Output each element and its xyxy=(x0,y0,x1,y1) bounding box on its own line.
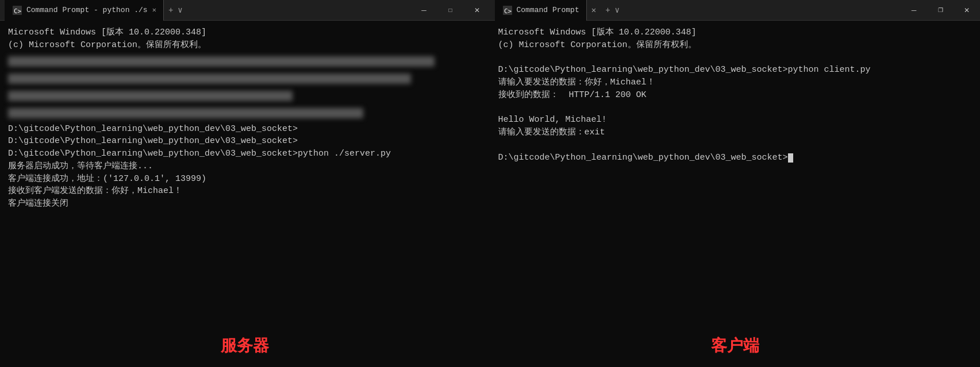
left-window: C> Command Prompt - python ./s ✕ + ∨ ─ □… xyxy=(0,0,490,367)
right-tab-close[interactable]: ✕ xyxy=(591,5,596,15)
right-tab[interactable]: C> Command Prompt xyxy=(495,0,587,21)
svg-text:C>: C> xyxy=(14,7,22,15)
left-window-controls: ─ □ ✕ xyxy=(411,0,490,21)
svg-text:C>: C> xyxy=(504,7,512,15)
right-close-button[interactable]: ✕ xyxy=(954,0,980,21)
right-tab-new[interactable]: + ∨ xyxy=(601,5,624,15)
left-tab-close[interactable]: ✕ xyxy=(152,6,156,14)
redacted-line-2 xyxy=(8,74,411,84)
left-terminal: Microsoft Windows [版本 10.0.22000.348] (c… xyxy=(0,21,490,327)
right-window-controls: ─ ❐ ✕ xyxy=(901,0,980,21)
left-label: 服务器 xyxy=(0,327,490,367)
chevron-down-icon[interactable]: ∨ xyxy=(178,5,182,15)
redacted-line-1 xyxy=(8,56,435,67)
right-tab-controls[interactable]: ✕ xyxy=(587,5,601,15)
redacted-line-4 xyxy=(8,108,363,118)
left-tab[interactable]: C> Command Prompt - python ./s ✕ xyxy=(5,0,164,21)
right-chevron-icon[interactable]: ∨ xyxy=(615,5,620,15)
cursor-blink xyxy=(788,153,793,163)
close-button[interactable]: ✕ xyxy=(464,0,490,21)
right-terminal: Microsoft Windows [版本 10.0.22000.348] (c… xyxy=(490,21,981,327)
plus-icon[interactable]: + xyxy=(168,6,173,15)
right-titlebar: C> Command Prompt ✕ + ∨ ─ ❐ ✕ xyxy=(490,0,981,21)
left-tab-label: Command Prompt - python ./s xyxy=(26,6,148,14)
maximize-button[interactable]: □ xyxy=(437,0,464,21)
right-maximize-button[interactable]: ❐ xyxy=(927,0,954,21)
redacted-line-3 xyxy=(8,91,293,101)
left-cmd-icon: C> xyxy=(11,5,23,16)
right-tab-label: Command Prompt xyxy=(517,6,579,14)
left-terminal-text: Microsoft Windows [版本 10.0.22000.348] (c… xyxy=(8,26,482,52)
minimize-button[interactable]: ─ xyxy=(411,0,437,21)
right-plus-icon[interactable]: + xyxy=(605,6,610,15)
right-terminal-text: Microsoft Windows [版本 10.0.22000.348] (c… xyxy=(498,26,973,164)
right-window: C> Command Prompt ✕ + ∨ ─ ❐ ✕ Microsoft … xyxy=(490,0,981,367)
left-titlebar: C> Command Prompt - python ./s ✕ + ∨ ─ □… xyxy=(0,0,490,21)
right-minimize-button[interactable]: ─ xyxy=(901,0,927,21)
right-label: 客户端 xyxy=(490,327,981,367)
left-tab-controls[interactable]: + ∨ xyxy=(164,5,187,15)
right-cmd-icon: C> xyxy=(502,5,513,16)
left-terminal-text2: D:\gitcode\Python_learning\web_python_de… xyxy=(8,123,482,210)
